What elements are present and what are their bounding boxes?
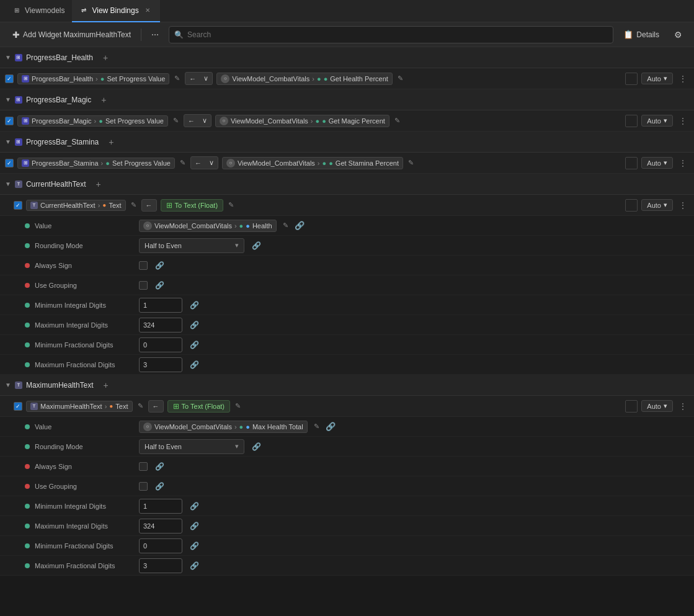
source-widget-health: ProgressBar_Health <box>32 75 93 83</box>
edit-icon-health-tgt[interactable]: ✎ <box>396 73 404 84</box>
checkbox-always-sign-current[interactable] <box>139 261 148 270</box>
details-button[interactable]: 📋 Details <box>618 27 664 42</box>
edit-icon-value-max[interactable]: ✎ <box>313 421 321 432</box>
toolbar-divider <box>141 29 141 41</box>
binding-row-current: T CurrentHealthText › ● Text ✎ ← ⊞ To Te… <box>0 195 694 216</box>
settings-button[interactable]: ⚙ <box>669 26 687 43</box>
source-widget-max: MaximumHealthText <box>40 403 102 410</box>
arrow-down-magic[interactable]: ∨ <box>198 115 211 127</box>
link-icon-max-integral-max[interactable]: 🔗 <box>187 520 202 532</box>
link-icon-min-frac-current[interactable]: 🔗 <box>187 339 202 350</box>
more-options-button[interactable]: ⋯ <box>146 28 164 42</box>
input-min-frac-current[interactable] <box>139 337 182 352</box>
dot-min-integral-max <box>25 504 30 509</box>
rounding-dropdown-current[interactable]: Half to Even ▾ <box>139 238 244 253</box>
auto-dropdown-stamina[interactable]: Auto ▾ <box>641 157 673 169</box>
link-icon-rounding-current[interactable]: 🔗 <box>249 240 264 251</box>
label-max-frac-max: Maximum Fractional Digits <box>35 562 134 569</box>
checkbox-stamina[interactable] <box>5 159 14 167</box>
edit-icon-max-func[interactable]: ✎ <box>234 401 242 411</box>
checkbox-max[interactable] <box>14 402 22 411</box>
link-icon-always-sign-max[interactable]: 🔗 <box>153 461 167 472</box>
input-max-integral-max[interactable] <box>139 519 182 533</box>
min-fractional-row-current: Minimum Fractional Digits 🔗 <box>0 335 694 355</box>
input-min-frac-max[interactable] <box>139 538 182 553</box>
arrow-down-health[interactable]: ∨ <box>200 73 212 84</box>
auto-dropdown-max[interactable]: Auto ▾ <box>641 400 673 412</box>
arrow-down-stamina[interactable]: ∨ <box>205 157 218 169</box>
checkbox-magic[interactable] <box>5 117 14 125</box>
func-label-max: To Text (Float) <box>182 403 225 410</box>
link-icon-max-integral-current[interactable]: 🔗 <box>187 319 202 331</box>
edit-icon-magic-tgt[interactable]: ✎ <box>393 115 401 126</box>
input-min-integral-current[interactable] <box>139 298 182 313</box>
source-pill-health: ⊞ ProgressBar_Health › ● Set Progress Va… <box>17 73 169 84</box>
link-icon-use-grouping-current[interactable]: 🔗 <box>153 280 167 291</box>
checkbox-current[interactable] <box>14 201 22 210</box>
edit-icon-value-current[interactable]: ✎ <box>282 220 290 231</box>
chain-icon-value-max[interactable]: 🔗 <box>326 422 336 431</box>
arrow-left-magic[interactable]: ← <box>184 115 198 127</box>
section-progress-bar-stamina[interactable]: ▼ ⊞ ProgressBar_Stamina + <box>0 132 694 153</box>
edit-icon-current-src[interactable]: ✎ <box>130 200 138 210</box>
auto-dropdown-current[interactable]: Auto ▾ <box>641 199 673 211</box>
auto-dropdown-health[interactable]: Auto ▾ <box>641 73 673 84</box>
add-binding-magic[interactable]: + <box>97 94 110 106</box>
link-icon-use-grouping-max[interactable]: 🔗 <box>153 481 167 492</box>
arrow-left-stamina[interactable]: ← <box>191 158 205 169</box>
arrow-left-health[interactable]: ← <box>185 73 200 84</box>
more-btn-magic[interactable]: ⋮ <box>677 114 689 128</box>
edit-icon-max-src[interactable]: ✎ <box>136 401 145 411</box>
vm-icon-value-max: ○ <box>143 422 152 431</box>
checkbox-use-grouping-current[interactable] <box>139 281 148 290</box>
add-binding-health[interactable]: + <box>99 51 112 64</box>
link-icon-max-frac-current[interactable]: 🔗 <box>187 359 202 370</box>
value-prop-current: Health <box>252 222 272 230</box>
section-progress-bar-magic[interactable]: ▼ ⊞ ProgressBar_Magic + <box>0 89 694 110</box>
link-icon-min-integral-max[interactable]: 🔗 <box>187 501 202 512</box>
edit-icon-stamina-tgt[interactable]: ✎ <box>407 158 415 168</box>
edit-icon-current-func[interactable]: ✎ <box>227 200 235 210</box>
more-btn-health[interactable]: ⋮ <box>677 71 689 86</box>
add-binding-current[interactable]: + <box>92 178 105 190</box>
edit-icon-magic-src[interactable]: ✎ <box>172 115 180 126</box>
section-current-health-text[interactable]: ▼ T CurrentHealthText + <box>0 174 694 195</box>
source-pill-current: T CurrentHealthText › ● Text <box>26 200 126 211</box>
section-maximum-health-text[interactable]: ▼ T MaximumHealthText + <box>0 375 694 396</box>
link-icon-max-frac-max[interactable]: 🔗 <box>187 560 202 571</box>
input-min-integral-max[interactable] <box>139 499 182 514</box>
edit-icon-health-src[interactable]: ✎ <box>173 73 181 84</box>
link-icon-rounding-max[interactable]: 🔗 <box>249 441 264 452</box>
add-widget-button[interactable]: ✚ Add Widget MaximumHealthText <box>7 27 136 42</box>
search-icon: 🔍 <box>174 30 184 39</box>
rounding-dropdown-max[interactable]: Half to Even ▾ <box>139 439 244 454</box>
link-icon-always-sign-current[interactable]: 🔗 <box>153 260 167 271</box>
search-input[interactable] <box>187 30 608 39</box>
section-progress-bar-health[interactable]: ▼ ⊞ ProgressBar_Health + <box>0 47 694 68</box>
gear-icon: ⚙ <box>674 30 682 40</box>
checkbox-use-grouping-max[interactable] <box>139 482 148 491</box>
chain-icon-value-current[interactable]: 🔗 <box>295 221 305 230</box>
rounding-value-max: Half to Even <box>145 443 182 450</box>
input-max-frac-current[interactable] <box>139 357 182 372</box>
add-binding-max[interactable]: + <box>100 379 112 391</box>
more-btn-max[interactable]: ⋮ <box>677 399 689 414</box>
tab-view-bindings[interactable]: ⇌ View Bindings ✕ <box>72 0 159 22</box>
link-icon-min-frac-max[interactable]: 🔗 <box>187 540 202 551</box>
input-max-frac-max[interactable] <box>139 558 182 573</box>
always-sign-row-max: Always Sign 🔗 <box>0 457 694 476</box>
auto-dropdown-magic[interactable]: Auto ▾ <box>641 115 673 127</box>
arrow-left-current[interactable]: ← <box>142 200 156 211</box>
checkbox-always-sign-max[interactable] <box>139 462 148 471</box>
more-btn-current[interactable]: ⋮ <box>677 198 689 213</box>
more-btn-stamina[interactable]: ⋮ <box>677 156 689 171</box>
tab-viewmodels[interactable]: ⊞ Viewmodels <box>5 0 72 22</box>
arrow-left-max[interactable]: ← <box>149 401 163 412</box>
tab-close-button[interactable]: ✕ <box>143 6 153 16</box>
dot-min-frac-current <box>25 342 30 347</box>
edit-icon-stamina-src[interactable]: ✎ <box>179 158 187 168</box>
checkbox-health[interactable] <box>5 74 14 83</box>
input-max-integral-current[interactable] <box>139 318 182 333</box>
link-icon-min-integral-current[interactable]: 🔗 <box>187 300 202 311</box>
add-binding-stamina[interactable]: + <box>105 136 117 148</box>
